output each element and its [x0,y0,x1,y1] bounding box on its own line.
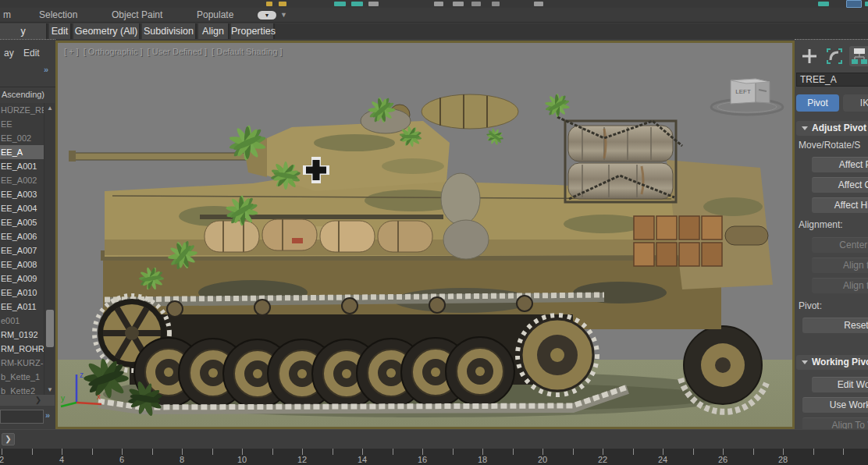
viewcube[interactable]: LEFT [704,71,790,118]
ruler-tick [663,449,663,455]
panel-tab-geometry[interactable]: Geometry (All) [73,23,141,39]
ruler-tick [633,449,634,455]
ruler-tick [362,449,363,455]
ruler-tick [122,449,123,455]
ruler-label: 20 [538,455,547,464]
viewport[interactable]: [ + ] [ Orthographic ] [ User Defined ] … [55,41,795,429]
list-item[interactable]: EE_A010 [0,286,44,300]
horizontal-scrollbar[interactable]: ❯ [0,395,55,406]
track-bar[interactable]: ❯ [0,429,868,449]
scroll-right-icon[interactable]: ❯ [33,395,44,405]
list-item[interactable]: EE_A001 [0,159,44,173]
panel-tab-subdivision[interactable]: Subdivision [142,23,197,39]
adjust-pivot-rollout[interactable]: Adjust Pivot [796,121,868,136]
list-item[interactable]: EE_A006 [0,229,44,243]
sort-header[interactable]: Ascending) [2,90,44,99]
list-item[interactable]: EE_A007 [0,243,44,257]
ruler-label: 16 [418,455,427,464]
toolbar-icon-fragment[interactable] [471,2,481,6]
affect-pivot-button[interactable]: Affect Piv [812,157,868,172]
ribbon-tab-object-paint[interactable]: Object Paint [112,9,162,20]
list-item[interactable]: RM_ROHR [0,342,44,356]
ik-mode-button[interactable]: IK [843,94,868,112]
hierarchy-tab-icon[interactable] [849,46,868,66]
viewport-menu-shading[interactable]: [ Default Shading ] [212,47,283,56]
reset-pivot-button[interactable]: Reset [802,318,868,333]
list-item[interactable]: EE_002 [0,131,44,145]
toolbar-icon-fragment[interactable] [865,2,868,6]
list-item[interactable]: EE_A [0,145,44,159]
toolbar-icon-fragment[interactable] [534,2,543,6]
working-pivot-rollout[interactable]: Working Pivo [796,355,868,370]
vertical-scrollbar[interactable]: ▲ ▼ [44,103,55,395]
ribbon-tab-modeling[interactable]: m [3,9,11,20]
list-item[interactable]: EE_A009 [0,272,44,286]
list-item[interactable]: RM_0192 [0,328,44,342]
sidebar-filter-field[interactable] [0,410,44,424]
edit-working-pivot-button[interactable]: Edit Worki [812,377,868,392]
align-to-world-button[interactable]: Align to [812,278,868,293]
ribbon-minimize-button[interactable]: ▼ [258,11,276,20]
ruler-tick [542,449,543,455]
list-item[interactable]: RM-KURZ-RO [0,356,44,370]
ruler-tick [513,449,514,455]
move-rotate-scale-label: Move/Rotate/S [799,140,860,151]
mini-curve-editor-button[interactable]: ❯ [2,433,15,445]
list-item[interactable]: e001 [0,314,44,328]
pivot-label: Pivot: [799,300,822,311]
scrollbar-thumb[interactable] [46,310,54,347]
align-to-object-button[interactable]: Align to [812,257,868,273]
list-item[interactable]: HÜRZE_RE [0,103,44,117]
toolbar-icon-fragment[interactable] [266,2,272,6]
toolbar-icon-fragment[interactable] [453,2,464,6]
alignment-label: Alignment: [799,219,843,230]
panel-tab-edit[interactable]: Edit [49,23,72,39]
list-item[interactable]: b_Kette_1 [0,370,44,384]
panel-tab-align[interactable]: Align [198,23,229,39]
list-item[interactable]: EE_A002 [0,173,44,187]
toolbar-icon-fragment[interactable] [818,2,829,6]
toolbar-icon-fragment[interactable] [492,2,500,6]
viewport-menu-view[interactable]: [ User Defined ] [148,47,207,56]
ruler-tick [783,449,784,455]
center-to-object-button[interactable]: Center to [812,237,868,253]
toolbar-icon-fragment[interactable] [846,0,862,8]
sidebar-overflow-chevrons[interactable]: » [44,65,48,74]
use-working-pivot-button[interactable]: Use Working [802,397,868,413]
pivot-mode-button[interactable]: Pivot [796,94,839,112]
ribbon-tab-selection[interactable]: Selection [39,9,77,20]
ribbon-tab-populate[interactable]: Populate [197,9,233,20]
scroll-up-icon[interactable]: ▲ [44,103,55,113]
affect-object-button[interactable]: Affect Obj [812,177,868,193]
sidebar-menu-display[interactable]: ay [4,48,14,59]
list-item[interactable]: b_Kette2 [0,384,44,395]
create-tab-icon[interactable] [799,46,820,66]
list-item[interactable]: EE_A003 [0,187,44,201]
toolbar-icon-fragment[interactable] [351,2,363,6]
viewport-canvas-tank-model[interactable] [58,43,792,427]
panel-tab-properties[interactable]: Properties [231,23,275,39]
affect-hierarchy-button[interactable]: Affect Hiera [812,197,868,213]
toolbar-icon-fragment[interactable] [434,2,443,6]
object-name-field[interactable]: TREE_A [796,73,868,87]
toolbar-icon-fragment[interactable] [368,2,379,6]
ruler-tick [62,449,62,455]
panel-tab-selection[interactable]: y Selection [0,23,48,39]
viewport-menu-general[interactable]: [ + ] [64,47,79,56]
list-item[interactable]: EE [0,117,44,131]
sidebar-overflow-chevrons-bottom[interactable]: » [45,410,50,420]
list-item[interactable]: EE_A004 [0,201,44,215]
ruler-tick [453,449,454,455]
modify-tab-icon[interactable] [824,46,845,66]
viewport-menu-pov[interactable]: [ Orthographic ] [84,47,143,56]
list-item[interactable]: EE_A011 [0,300,44,314]
toolbar-icon-fragment[interactable] [279,2,286,6]
time-ruler[interactable]: 246810121416182022242628 [0,449,868,465]
toolbar-icon-fragment[interactable] [334,2,346,6]
sidebar-menu-edit[interactable]: Edit [23,48,40,59]
list-item[interactable]: EE_A008 [0,257,44,272]
chevron-down-icon[interactable]: ▼ [280,11,287,19]
scroll-down-icon[interactable]: ▼ [44,385,55,395]
list-item[interactable]: EE_A005 [0,215,44,229]
command-panel: TREE_A Pivot IK Adjust Pivot Move/Rotate… [795,39,868,429]
